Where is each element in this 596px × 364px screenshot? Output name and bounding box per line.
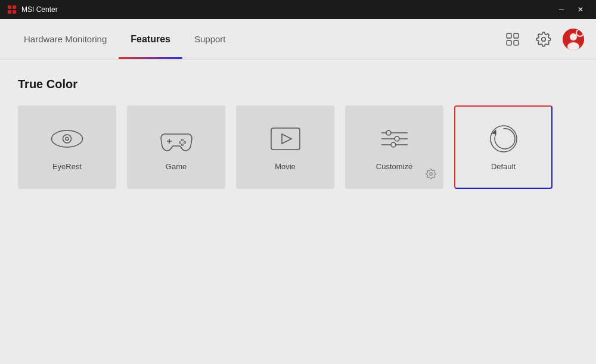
tab-support[interactable]: Support [182, 19, 238, 59]
movie-label: Movie [275, 162, 296, 171]
svg-rect-5 [514, 33, 519, 38]
gear-icon [536, 32, 551, 47]
svg-point-18 [184, 141, 185, 143]
game-card[interactable]: Game [127, 105, 225, 189]
app-title: MSI Center [21, 5, 58, 14]
tab-features[interactable]: Features [119, 19, 182, 59]
eyerest-icon [49, 124, 85, 154]
movie-icon [268, 124, 303, 154]
svg-point-20 [181, 144, 183, 145]
refresh-svg [488, 123, 520, 155]
svg-rect-6 [507, 41, 511, 45]
nav-right [501, 19, 584, 59]
gamepad-svg [159, 125, 194, 153]
svg-rect-2 [8, 10, 11, 14]
minimize-button[interactable]: ─ [553, 4, 570, 15]
title-bar: MSI Center ─ ✕ [0, 0, 596, 19]
svg-rect-21 [271, 128, 300, 150]
main-content: Hardware Monitoring Features Support [0, 19, 596, 364]
color-mode-cards: EyeRest Game [18, 105, 578, 189]
nav-bar: Hardware Monitoring Features Support [0, 19, 596, 60]
svg-rect-3 [13, 10, 16, 14]
movie-card[interactable]: Movie [236, 105, 334, 189]
customize-card[interactable]: Customize [345, 105, 443, 189]
settings-button[interactable] [532, 27, 555, 51]
svg-rect-1 [13, 5, 16, 9]
svg-rect-28 [391, 142, 396, 147]
title-bar-left: MSI Center [7, 5, 58, 14]
svg-point-8 [542, 37, 546, 41]
close-button[interactable]: ✕ [572, 4, 589, 15]
default-icon [486, 124, 522, 154]
grid-view-button[interactable] [501, 27, 524, 51]
eyerest-card[interactable]: EyeRest [18, 105, 116, 189]
default-label: Default [491, 162, 516, 171]
svg-point-12 [52, 130, 83, 147]
customize-gear[interactable] [426, 169, 436, 182]
window-controls: ─ ✕ [553, 4, 589, 15]
default-card[interactable]: Default [454, 105, 552, 189]
svg-point-29 [430, 173, 433, 176]
content-area: True Color EyeRest [0, 60, 596, 364]
avatar-button[interactable] [563, 29, 584, 50]
svg-rect-27 [395, 136, 399, 141]
svg-point-13 [63, 135, 72, 143]
svg-marker-22 [282, 134, 291, 144]
avatar-icon [563, 29, 584, 50]
svg-point-10 [570, 33, 577, 41]
svg-rect-26 [386, 130, 391, 135]
svg-point-19 [179, 141, 181, 143]
svg-point-14 [66, 137, 69, 140]
app-icon [7, 5, 17, 14]
svg-rect-4 [507, 33, 511, 38]
eye-svg [51, 127, 83, 150]
customize-icon [377, 124, 412, 154]
svg-rect-7 [514, 41, 519, 45]
movie-svg [269, 126, 302, 152]
sliders-svg [379, 126, 410, 152]
game-icon [159, 124, 194, 154]
customize-label: Customize [376, 162, 412, 171]
tab-hardware-monitoring[interactable]: Hardware Monitoring [12, 19, 119, 59]
eyerest-label: EyeRest [52, 162, 82, 171]
nav-tabs: Hardware Monitoring Features Support [12, 19, 237, 59]
svg-point-17 [181, 139, 183, 141]
gear-small-icon [426, 169, 436, 179]
grid-icon [505, 32, 520, 47]
section-title: True Color [18, 77, 578, 91]
game-label: Game [166, 162, 187, 171]
svg-rect-0 [8, 5, 11, 9]
